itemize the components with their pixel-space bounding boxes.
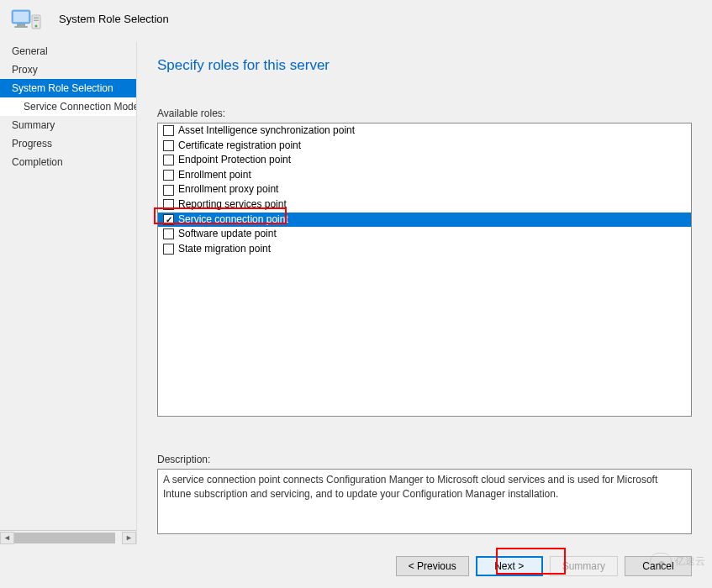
role-item-service-connection[interactable]: Service connection point xyxy=(158,213,691,228)
roles-section: Available roles: Asset Intelligence sync… xyxy=(157,108,692,437)
role-checkbox[interactable] xyxy=(163,244,174,255)
role-checkbox[interactable] xyxy=(163,170,174,181)
role-item-software-update[interactable]: Software update point xyxy=(158,227,691,242)
svg-rect-2 xyxy=(17,24,25,26)
roles-listbox[interactable]: Asset Intelligence synchronization point… xyxy=(157,123,692,417)
description-label: Description: xyxy=(157,454,692,465)
svg-rect-7 xyxy=(34,20,39,21)
role-label: State migration point xyxy=(178,243,271,256)
role-checkbox[interactable] xyxy=(163,228,174,239)
sidebar-horizontal-scrollbar[interactable]: ◄ ► xyxy=(0,530,136,544)
sidebar-item-progress[interactable]: Progress xyxy=(0,134,136,153)
role-checkbox[interactable] xyxy=(163,199,174,210)
role-label: Asset Intelligence synchronization point xyxy=(178,124,355,138)
role-label: Enrollment point xyxy=(178,169,251,182)
role-checkbox[interactable] xyxy=(163,140,174,151)
svg-rect-5 xyxy=(34,17,39,18)
svg-rect-3 xyxy=(14,26,28,28)
role-item-reporting-services[interactable]: Reporting services point xyxy=(158,197,691,213)
role-checkbox[interactable] xyxy=(163,214,174,225)
main-panel: Specify roles for this server Available … xyxy=(137,42,712,544)
page-heading: Specify roles for this server xyxy=(157,57,692,74)
wizard-sidebar: General Proxy System Role Selection Serv… xyxy=(0,42,137,544)
sidebar-item-service-connection-mode[interactable]: Service Connection Mode xyxy=(0,97,136,116)
window-title: System Role Selection xyxy=(59,13,169,25)
role-item-asset-intelligence[interactable]: Asset Intelligence synchronization point xyxy=(158,123,691,139)
role-item-certificate-registration[interactable]: Certificate registration point xyxy=(158,139,691,154)
server-icon xyxy=(10,5,44,32)
sidebar-item-summary[interactable]: Summary xyxy=(0,116,136,134)
role-label: Reporting services point xyxy=(178,198,287,212)
role-checkbox[interactable] xyxy=(163,185,174,196)
role-label: Endpoint Protection point xyxy=(178,154,291,167)
svg-point-8 xyxy=(35,25,38,28)
description-text: A service connection point connects Conf… xyxy=(157,469,692,534)
next-button[interactable]: Next > xyxy=(476,556,543,576)
sidebar-item-system-role-selection[interactable]: System Role Selection xyxy=(0,79,136,97)
watermark: ☁ 亿速云 xyxy=(650,553,705,570)
sidebar-item-proxy[interactable]: Proxy xyxy=(0,60,136,79)
scroll-track[interactable] xyxy=(14,532,122,544)
svg-rect-6 xyxy=(34,18,39,19)
description-section: Description: A service connection point … xyxy=(157,454,692,534)
role-item-enrollment-point[interactable]: Enrollment point xyxy=(158,168,691,183)
svg-rect-1 xyxy=(13,12,29,22)
role-label: Service connection point xyxy=(178,213,288,227)
role-checkbox[interactable] xyxy=(163,125,174,136)
role-label: Certificate registration point xyxy=(178,139,301,153)
available-roles-label: Available roles: xyxy=(157,108,692,119)
scroll-left-arrow-icon[interactable]: ◄ xyxy=(0,532,14,544)
content-area: General Proxy System Role Selection Serv… xyxy=(0,42,712,544)
sidebar-item-general[interactable]: General xyxy=(0,42,136,60)
role-checkbox[interactable] xyxy=(163,155,174,165)
role-item-state-migration[interactable]: State migration point xyxy=(158,242,691,257)
scroll-thumb[interactable] xyxy=(14,533,115,543)
scroll-right-arrow-icon[interactable]: ► xyxy=(122,532,136,544)
title-bar: System Role Selection xyxy=(0,0,712,42)
role-item-endpoint-protection[interactable]: Endpoint Protection point xyxy=(158,153,691,168)
previous-button[interactable]: < Previous xyxy=(396,556,469,576)
role-label: Enrollment proxy point xyxy=(178,183,278,197)
watermark-cloud-icon: ☁ xyxy=(650,553,672,570)
summary-button: Summary xyxy=(550,556,618,576)
wizard-window: System Role Selection General Proxy Syst… xyxy=(0,0,712,588)
sidebar-item-completion[interactable]: Completion xyxy=(0,153,136,171)
wizard-button-bar: < Previous Next > Summary Cancel xyxy=(0,544,712,588)
role-item-enrollment-proxy[interactable]: Enrollment proxy point xyxy=(158,182,691,197)
watermark-text: 亿速云 xyxy=(675,554,705,569)
sidebar-items: General Proxy System Role Selection Serv… xyxy=(0,42,136,530)
role-label: Software update point xyxy=(178,228,277,241)
